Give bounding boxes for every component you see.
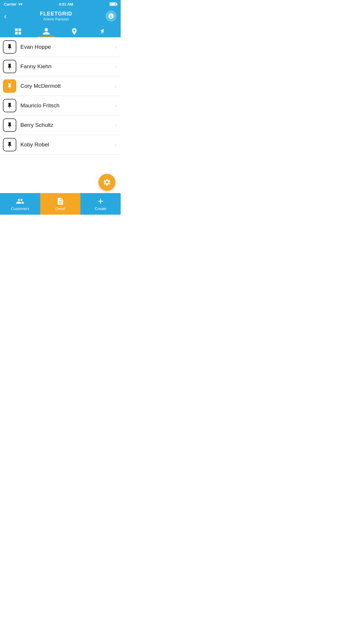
bottom-nav-create[interactable]: Create [80, 193, 121, 215]
list-item[interactable]: Fanny Kiehn› [0, 57, 121, 76]
status-bar-left: Carrier ▾▾ [4, 2, 22, 6]
customers-label: Customers [11, 206, 29, 211]
header: ‹ FLEETGRID Arlene Parisian [0, 8, 121, 37]
customer-name: Berry Schultz [20, 122, 115, 128]
download-icon [108, 13, 114, 19]
status-bar-right [110, 2, 117, 6]
tab-ac[interactable]: A/C [89, 24, 117, 37]
bottom-nav-detail[interactable]: Detail [40, 193, 80, 215]
settings-icon [103, 178, 111, 186]
chevron-right-icon: › [115, 44, 117, 50]
list-item[interactable]: Mauricio Fritsch› [0, 96, 121, 116]
download-button[interactable] [106, 10, 117, 22]
user-subtitle: Arlene Parisian [40, 17, 72, 21]
list-item[interactable]: Evan Hoppe› [0, 37, 121, 57]
carrier-label: Carrier [4, 2, 17, 6]
bottom-nav-customers[interactable]: Customers [0, 193, 40, 215]
tab-location[interactable] [60, 24, 89, 37]
list-item[interactable]: Berry Schultz› [0, 116, 121, 135]
chevron-right-icon: › [115, 142, 117, 148]
create-label: Create [95, 206, 106, 211]
grid-icon [14, 27, 22, 36]
pin-icon [6, 63, 13, 70]
customer-name: Koby Robel [20, 141, 115, 148]
status-bar-time: 4:01 AM [59, 2, 73, 6]
bottom-nav: Customers Detail Create [0, 193, 121, 215]
status-bar: Carrier ▾▾ 4:01 AM [0, 0, 121, 8]
pin-icon-wrapper [3, 60, 16, 73]
create-icon [96, 197, 105, 205]
pin-icon [6, 122, 13, 128]
pin-icon-wrapper [3, 40, 16, 54]
customer-list: Evan Hoppe› Fanny Kiehn› Cory McDermott›… [0, 37, 121, 155]
chevron-right-icon: › [115, 64, 117, 70]
pin-icon-wrapper [3, 138, 16, 151]
list-item[interactable]: Cory McDermott› [0, 76, 121, 96]
chevron-right-icon: › [115, 83, 117, 89]
svg-text:A/C: A/C [101, 33, 103, 34]
detail-label: Detail [55, 206, 65, 211]
chevron-right-icon: › [115, 122, 117, 128]
battery-icon [110, 2, 117, 6]
customer-name: Evan Hoppe [20, 44, 115, 50]
pin-icon [6, 102, 13, 109]
chevron-right-icon: › [115, 103, 117, 109]
customer-name: Mauricio Fritsch [20, 102, 115, 109]
user-icon [42, 27, 50, 36]
list-item[interactable]: Koby Robel› [0, 135, 121, 155]
location-icon [70, 27, 78, 36]
wifi-icon: ▾▾ [18, 2, 22, 6]
tab-user[interactable] [32, 24, 61, 37]
pin-icon-wrapper [3, 118, 16, 132]
detail-icon [56, 197, 64, 205]
tab-grid[interactable] [4, 24, 32, 37]
pin-icon [6, 83, 13, 89]
customer-name: Cory McDermott [20, 83, 115, 89]
svg-point-0 [101, 30, 103, 32]
pin-icon [6, 141, 13, 148]
pin-icon-wrapper [3, 79, 16, 93]
app-title: FLEETGRID [40, 11, 72, 17]
nav-tabs: A/C [4, 24, 117, 37]
customers-icon [16, 197, 24, 205]
settings-fab[interactable] [99, 174, 115, 191]
ac-icon: A/C [99, 27, 107, 36]
customer-name: Fanny Kiehn [20, 63, 115, 70]
back-button[interactable]: ‹ [4, 12, 7, 20]
pin-icon [6, 44, 13, 50]
pin-icon-wrapper [3, 99, 16, 112]
